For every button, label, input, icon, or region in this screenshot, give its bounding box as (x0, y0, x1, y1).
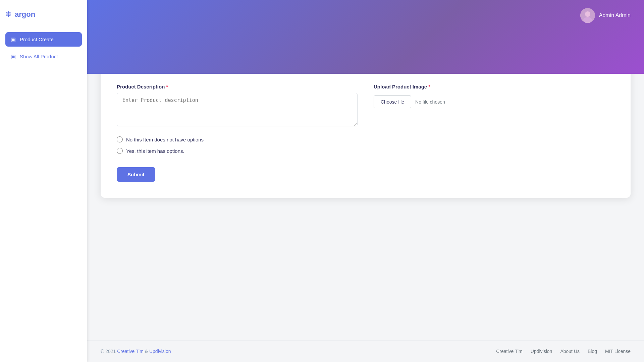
radio-no-options-label: No this Item does not have options (126, 137, 204, 142)
sidebar-item-label-product-create: Product Create (20, 37, 54, 42)
footer-link-mit-license[interactable]: MIT License (605, 349, 631, 354)
logo-icon: ❋ (5, 10, 11, 19)
sidebar-item-product-create[interactable]: ▣ Product Create (5, 32, 82, 47)
user-info: Admin Admin (580, 8, 631, 23)
footer-link-blog[interactable]: Blog (588, 349, 597, 354)
copyright-text: © 2021 (101, 349, 116, 354)
form-row-2: Product Description* Upload Product Imag… (117, 84, 614, 126)
radio-yes-options[interactable]: Yes, this item has options. (117, 148, 614, 154)
required-star-img: * (428, 84, 430, 89)
logo: ❋ argon (5, 7, 82, 22)
footer-link-creative-tim[interactable]: Creative Tim (496, 349, 523, 354)
svg-point-1 (585, 11, 590, 17)
file-upload-area: Choose file No file chosen (374, 96, 614, 108)
required-star-desc: * (166, 84, 168, 89)
updivision-link[interactable]: Updivision (149, 349, 171, 354)
no-file-label: No file chosen (415, 99, 445, 105)
product-create-icon: ▣ (11, 36, 16, 43)
footer-left: © 2021 Creative Tim & Updivision (101, 349, 171, 354)
sidebar-item-label-show-all: Show All Product (20, 54, 58, 59)
show-all-icon: ▣ (11, 53, 16, 60)
submit-button[interactable]: Submit (117, 167, 155, 182)
radio-no-options[interactable]: No this Item does not have options (117, 136, 614, 142)
footer-link-updivision[interactable]: Updivision (531, 349, 552, 354)
user-name: Admin Admin (599, 12, 631, 18)
main-area: Admin Admin Product Name* Product Price* (87, 0, 644, 362)
upload-image-label: Upload Product Image* (374, 84, 614, 89)
header: Admin Admin (87, 0, 644, 74)
radio-group: No this Item does not have options Yes, … (117, 136, 614, 154)
sidebar-item-show-all-product[interactable]: ▣ Show All Product (5, 49, 82, 64)
product-description-input[interactable] (117, 93, 358, 126)
radio-yes-options-label: Yes, this item has options. (126, 148, 184, 154)
footer-and: & (145, 349, 149, 354)
content-section: Product Name* Product Price* Product Des… (87, 37, 644, 340)
logo-text: argon (15, 10, 35, 19)
radio-no-options-input[interactable] (117, 136, 123, 142)
footer-right: Creative Tim Updivision About Us Blog MI… (496, 349, 631, 354)
product-description-group: Product Description* (117, 84, 358, 126)
sidebar-nav: ▣ Product Create ▣ Show All Product (5, 32, 82, 64)
upload-image-group: Upload Product Image* Choose file No fil… (374, 84, 614, 126)
radio-yes-options-input[interactable] (117, 148, 123, 154)
footer: © 2021 Creative Tim & Updivision Creativ… (87, 340, 644, 362)
sidebar: ❋ argon ▣ Product Create ▣ Show All Prod… (0, 0, 87, 362)
creative-tim-link[interactable]: Creative Tim (117, 349, 144, 354)
avatar (580, 8, 595, 23)
footer-link-about-us[interactable]: About Us (560, 349, 580, 354)
product-description-label: Product Description* (117, 84, 358, 89)
choose-file-button[interactable]: Choose file (374, 96, 411, 108)
